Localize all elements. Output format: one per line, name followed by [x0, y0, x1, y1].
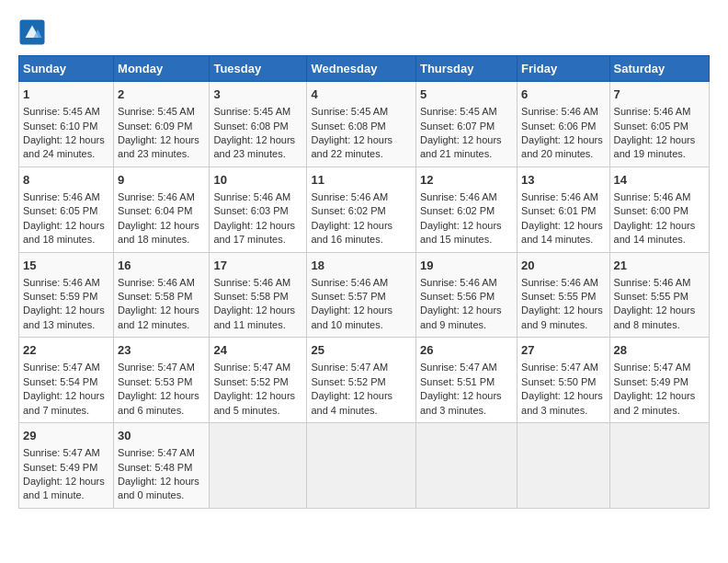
sunset-text: Sunset: 5:58 PM [118, 291, 192, 302]
sunrise-text: Sunrise: 5:47 AM [521, 362, 598, 373]
daylight-text: Daylight: 12 hours and 20 minutes. [521, 134, 603, 159]
sunset-text: Sunset: 5:52 PM [213, 376, 288, 387]
sunset-text: Sunset: 6:05 PM [23, 205, 97, 216]
sunrise-text: Sunrise: 5:46 AM [311, 191, 388, 202]
daylight-text: Daylight: 12 hours and 12 minutes. [118, 304, 199, 329]
empty-day [518, 423, 609, 509]
day-cell: 25 Sunrise: 5:47 AM Sunset: 5:52 PM Dayl… [307, 338, 416, 423]
daylight-text: Daylight: 12 hours and 7 minutes. [23, 390, 105, 415]
day-cell: 12 Sunrise: 5:46 AM Sunset: 6:02 PM Dayl… [415, 167, 517, 252]
day-cell: 18 Sunrise: 5:46 AM Sunset: 5:57 PM Dayl… [307, 252, 416, 338]
sunset-text: Sunset: 6:08 PM [213, 121, 288, 132]
day-number: 6 [521, 86, 605, 103]
sunset-text: Sunset: 5:55 PM [521, 291, 596, 302]
daylight-text: Daylight: 12 hours and 19 minutes. [614, 134, 696, 159]
daylight-text: Daylight: 12 hours and 18 minutes. [118, 220, 199, 245]
sunset-text: Sunset: 5:48 PM [118, 462, 192, 473]
day-cell: 5 Sunrise: 5:45 AM Sunset: 6:07 PM Dayli… [415, 82, 517, 167]
day-number: 15 [23, 258, 109, 274]
sunset-text: Sunset: 6:02 PM [311, 205, 385, 216]
daylight-text: Daylight: 12 hours and 9 minutes. [420, 304, 502, 329]
sunrise-text: Sunrise: 5:46 AM [213, 277, 290, 288]
calendar-row: 15 Sunrise: 5:46 AM Sunset: 5:59 PM Dayl… [19, 252, 710, 338]
sunset-text: Sunset: 6:02 PM [420, 205, 495, 216]
sunrise-text: Sunrise: 5:46 AM [420, 191, 497, 202]
day-number: 28 [614, 342, 705, 359]
sunset-text: Sunset: 5:57 PM [311, 291, 385, 302]
day-number: 17 [213, 258, 302, 274]
day-number: 5 [420, 86, 513, 103]
calendar-row: 8 Sunrise: 5:46 AM Sunset: 6:05 PM Dayli… [19, 167, 710, 252]
day-number: 12 [420, 172, 513, 189]
day-cell: 16 Sunrise: 5:46 AM Sunset: 5:58 PM Dayl… [114, 252, 210, 338]
sunset-text: Sunset: 6:04 PM [118, 205, 192, 216]
day-cell: 29 Sunrise: 5:47 AM Sunset: 5:49 PM Dayl… [19, 423, 114, 509]
day-cell: 3 Sunrise: 5:45 AM Sunset: 6:08 PM Dayli… [210, 82, 307, 167]
day-number: 2 [118, 86, 205, 103]
daylight-text: Daylight: 12 hours and 6 minutes. [118, 390, 199, 415]
sunset-text: Sunset: 6:06 PM [521, 121, 596, 132]
sunset-text: Sunset: 5:56 PM [420, 291, 495, 302]
daylight-text: Daylight: 12 hours and 15 minutes. [420, 220, 502, 245]
day-cell: 20 Sunrise: 5:46 AM Sunset: 5:55 PM Dayl… [518, 252, 609, 338]
day-cell: 30 Sunrise: 5:47 AM Sunset: 5:48 PM Dayl… [114, 423, 210, 509]
day-number: 24 [213, 342, 302, 359]
daylight-text: Daylight: 12 hours and 21 minutes. [420, 134, 502, 159]
daylight-text: Daylight: 12 hours and 10 minutes. [311, 304, 392, 329]
sunrise-text: Sunrise: 5:46 AM [521, 191, 598, 202]
daylight-text: Daylight: 12 hours and 8 minutes. [614, 304, 696, 329]
day-number: 20 [521, 258, 605, 274]
calendar-row: 1 Sunrise: 5:45 AM Sunset: 6:10 PM Dayli… [19, 82, 710, 167]
day-number: 11 [311, 172, 412, 189]
daylight-text: Daylight: 12 hours and 18 minutes. [23, 220, 105, 245]
sunset-text: Sunset: 5:50 PM [521, 376, 596, 387]
calendar-row: 22 Sunrise: 5:47 AM Sunset: 5:54 PM Dayl… [19, 338, 710, 423]
sunset-text: Sunset: 6:00 PM [614, 205, 688, 216]
col-friday: Friday [518, 56, 609, 82]
day-number: 4 [311, 86, 412, 103]
sunrise-text: Sunrise: 5:45 AM [420, 106, 497, 117]
calendar-row: 29 Sunrise: 5:47 AM Sunset: 5:49 PM Dayl… [19, 423, 710, 509]
col-thursday: Thursday [415, 56, 517, 82]
day-number: 27 [521, 342, 605, 359]
day-cell: 11 Sunrise: 5:46 AM Sunset: 6:02 PM Dayl… [307, 167, 416, 252]
day-cell: 7 Sunrise: 5:46 AM Sunset: 6:05 PM Dayli… [609, 82, 709, 167]
sunrise-text: Sunrise: 5:46 AM [23, 191, 100, 202]
logo [18, 18, 50, 46]
sunset-text: Sunset: 5:52 PM [311, 376, 385, 387]
empty-day [609, 423, 709, 509]
daylight-text: Daylight: 12 hours and 11 minutes. [213, 304, 295, 329]
sunrise-text: Sunrise: 5:46 AM [521, 106, 598, 117]
day-cell: 23 Sunrise: 5:47 AM Sunset: 5:53 PM Dayl… [114, 338, 210, 423]
col-sunday: Sunday [19, 56, 114, 82]
day-cell: 14 Sunrise: 5:46 AM Sunset: 6:00 PM Dayl… [609, 167, 709, 252]
daylight-text: Daylight: 12 hours and 17 minutes. [213, 220, 295, 245]
sunset-text: Sunset: 5:49 PM [23, 462, 97, 473]
page-header [18, 18, 710, 46]
sunset-text: Sunset: 5:59 PM [23, 291, 97, 302]
sunrise-text: Sunrise: 5:45 AM [213, 106, 290, 117]
day-cell: 15 Sunrise: 5:46 AM Sunset: 5:59 PM Dayl… [19, 252, 114, 338]
sunrise-text: Sunrise: 5:46 AM [213, 191, 290, 202]
sunrise-text: Sunrise: 5:47 AM [23, 362, 100, 373]
day-cell: 10 Sunrise: 5:46 AM Sunset: 6:03 PM Dayl… [210, 167, 307, 252]
sunrise-text: Sunrise: 5:47 AM [118, 447, 195, 458]
calendar-table: Sunday Monday Tuesday Wednesday Thursday… [18, 55, 710, 509]
sunrise-text: Sunrise: 5:46 AM [420, 277, 497, 288]
col-monday: Monday [114, 56, 210, 82]
day-number: 21 [614, 258, 705, 274]
sunset-text: Sunset: 6:01 PM [521, 205, 596, 216]
daylight-text: Daylight: 12 hours and 14 minutes. [521, 220, 603, 245]
empty-day [415, 423, 517, 509]
day-cell: 13 Sunrise: 5:46 AM Sunset: 6:01 PM Dayl… [518, 167, 609, 252]
day-number: 16 [118, 258, 205, 274]
day-cell: 27 Sunrise: 5:47 AM Sunset: 5:50 PM Dayl… [518, 338, 609, 423]
sunrise-text: Sunrise: 5:45 AM [118, 106, 195, 117]
day-number: 3 [213, 86, 302, 103]
col-saturday: Saturday [609, 56, 709, 82]
day-number: 18 [311, 258, 412, 274]
sunrise-text: Sunrise: 5:46 AM [23, 277, 100, 288]
day-cell: 9 Sunrise: 5:46 AM Sunset: 6:04 PM Dayli… [114, 167, 210, 252]
day-cell: 8 Sunrise: 5:46 AM Sunset: 6:05 PM Dayli… [19, 167, 114, 252]
daylight-text: Daylight: 12 hours and 5 minutes. [213, 390, 295, 415]
